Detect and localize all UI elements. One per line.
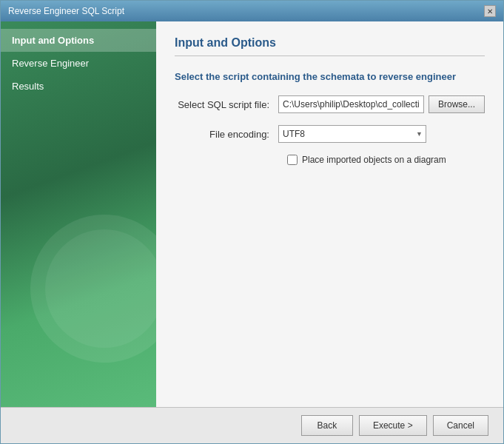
- sidebar-item-reverse-engineer[interactable]: Reverse Engineer: [1, 52, 156, 75]
- main-window: Reverse Engineer SQL Script ✕ Input and …: [0, 0, 504, 444]
- sidebar-item-label: Input and Options: [12, 35, 94, 46]
- encoding-row: File encoding: UTF8 UTF-16 Latin1 ASCII: [175, 125, 485, 143]
- place-on-diagram-checkbox[interactable]: [287, 155, 298, 165]
- close-button[interactable]: ✕: [484, 5, 496, 17]
- encoding-select-wrapper: UTF8 UTF-16 Latin1 ASCII: [278, 125, 426, 143]
- back-button[interactable]: Back: [301, 415, 353, 436]
- bottom-bar: Back Execute > Cancel: [1, 407, 503, 443]
- cancel-button[interactable]: Cancel: [433, 415, 488, 436]
- execute-button[interactable]: Execute >: [359, 415, 427, 436]
- sql-file-input[interactable]: [278, 95, 424, 113]
- sql-file-input-group: Browse...: [278, 95, 485, 113]
- content-area: Input and Options Reverse Engineer Resul…: [1, 21, 503, 407]
- sidebar-item-results[interactable]: Results: [1, 75, 156, 98]
- browse-button[interactable]: Browse...: [429, 95, 485, 113]
- checkbox-row: Place imported objects on a diagram: [287, 155, 485, 165]
- title-bar-text: Reverse Engineer SQL Script: [8, 6, 124, 16]
- sql-file-row: Select SQL script file: Browse...: [175, 95, 485, 113]
- main-panel: Input and Options Select the script cont…: [156, 21, 503, 407]
- sidebar-item-label: Reverse Engineer: [12, 58, 89, 69]
- section-title: Select the script containing the schemat…: [175, 71, 485, 82]
- sidebar: Input and Options Reverse Engineer Resul…: [1, 21, 156, 407]
- sidebar-item-input-options[interactable]: Input and Options: [1, 29, 156, 52]
- title-bar: Reverse Engineer SQL Script ✕: [1, 1, 503, 21]
- encoding-label: File encoding:: [175, 129, 278, 140]
- checkbox-label: Place imported objects on a diagram: [302, 155, 446, 165]
- panel-title: Input and Options: [175, 36, 485, 56]
- sql-file-label: Select SQL script file:: [175, 99, 278, 110]
- sidebar-item-label: Results: [12, 81, 44, 92]
- encoding-select[interactable]: UTF8 UTF-16 Latin1 ASCII: [278, 125, 426, 143]
